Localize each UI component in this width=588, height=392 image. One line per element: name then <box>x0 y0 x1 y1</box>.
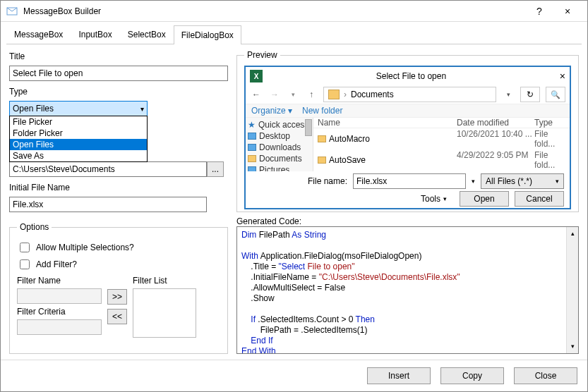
insert-button[interactable]: Insert <box>367 367 431 384</box>
generated-code-section: Generated Code: Dim FilePath As String W… <box>236 216 579 354</box>
type-combobox[interactable]: Open Files ▾ <box>9 101 148 116</box>
preview-legend: Preview <box>244 50 280 60</box>
filter-list-label: Filter List <box>133 276 196 286</box>
tab-messagebox[interactable]: MessageBox <box>6 25 71 44</box>
side-downloads[interactable]: Downloads <box>259 142 301 152</box>
side-pane: ★Quick access Desktop Downloads Document… <box>246 118 313 171</box>
dialog-title: Select File to open <box>263 71 560 81</box>
folder-icon <box>248 166 256 171</box>
chevron-down-icon[interactable]: ▾ <box>472 178 475 185</box>
browse-button[interactable]: ... <box>207 161 224 177</box>
folder-icon <box>318 157 326 164</box>
path-caret: › <box>344 90 347 99</box>
filter-list[interactable] <box>133 288 196 338</box>
tabstrip: MessageBox InputBox SelectBox FileDialog… <box>6 25 582 44</box>
chevron-down-icon: ▾ <box>140 105 144 113</box>
new-folder-button[interactable]: New folder <box>302 106 342 116</box>
filter-remove-button[interactable]: << <box>107 309 127 324</box>
list-item[interactable]: AutoSave4/29/2022 9:05 PMFile fold... <box>313 149 570 171</box>
excel-icon: X <box>250 70 263 82</box>
folder-icon <box>248 155 256 162</box>
filter-name-label: Filter Name <box>17 276 102 286</box>
cancel-button[interactable]: Cancel <box>515 191 564 207</box>
folder-icon <box>248 144 256 151</box>
col-name[interactable]: Name <box>313 118 457 128</box>
col-date[interactable]: Date modified <box>457 118 534 128</box>
code-scrollbar[interactable]: ▴▾ <box>566 227 578 353</box>
type-label: Type <box>9 87 228 97</box>
filename-label: File name: <box>296 176 347 186</box>
path-bar[interactable]: › Documents <box>323 87 496 102</box>
type-option-openfiles[interactable]: Open Files <box>10 139 147 150</box>
tools-menu[interactable]: Tools▾ <box>421 194 447 204</box>
col-type[interactable]: Type <box>534 118 570 128</box>
filters-area: Filter Name Filter Criteria >> << Filter… <box>17 276 220 338</box>
file-list: Name Date modified Type AutoMacro10/26/2… <box>313 118 570 171</box>
side-pictures[interactable]: Pictures <box>259 165 289 171</box>
title-input[interactable] <box>9 66 228 81</box>
preview-group: Preview X Select File to open × ← → ▾ ↑ <box>236 50 579 212</box>
title-label: Title <box>9 51 228 61</box>
window-title: MessageBox Builder <box>23 6 525 16</box>
scrollbar-thumb[interactable] <box>305 119 312 136</box>
folder-icon <box>318 135 326 142</box>
open-button[interactable]: Open <box>460 191 509 207</box>
left-pane: Title Type Open Files ▾ File Picker Fold… <box>9 50 228 354</box>
help-button[interactable]: ? <box>525 6 553 17</box>
close-button[interactable]: × <box>553 6 582 17</box>
filetype-combobox[interactable]: All Files (*.*)▾ <box>481 173 564 189</box>
filter-add-button[interactable]: >> <box>107 289 127 305</box>
type-combobox-value: Open Files <box>13 104 54 114</box>
path-text: Documents <box>351 90 394 99</box>
scroll-up-icon[interactable]: ▴ <box>571 227 575 240</box>
chevron-down-icon[interactable]: ▾ <box>502 91 515 98</box>
scroll-down-icon[interactable]: ▾ <box>571 340 575 353</box>
chevron-down-icon: ▾ <box>556 178 559 185</box>
chevron-down-icon: ▾ <box>443 195 447 202</box>
star-icon: ★ <box>248 120 256 130</box>
type-option-saveas[interactable]: Save As <box>10 150 147 161</box>
list-item[interactable]: AutoMacro10/26/2021 10:40 ...File fold..… <box>313 128 570 149</box>
type-option-folderpicker[interactable]: Folder Picker <box>10 128 147 139</box>
titlebar: MessageBox Builder ? × <box>1 1 587 22</box>
filename-input[interactable] <box>353 173 466 189</box>
tab-selectbox[interactable]: SelectBox <box>120 25 174 44</box>
type-dropdown: File Picker Folder Picker Open Files Sav… <box>9 116 148 162</box>
app-icon <box>6 6 18 17</box>
content: Title Type Open Files ▾ File Picker Fold… <box>1 44 587 360</box>
search-box[interactable]: 🔍 <box>546 87 565 102</box>
filter-name-input[interactable] <box>17 288 102 304</box>
options-legend: Options <box>17 222 52 232</box>
initial-folder-input[interactable] <box>9 161 207 177</box>
chevron-down-icon[interactable]: ▾ <box>287 91 299 98</box>
filter-criteria-label: Filter Criteria <box>17 307 102 317</box>
nav-up-icon[interactable]: ↑ <box>305 90 318 99</box>
preview-dialog: X Select File to open × ← → ▾ ↑ › <box>244 66 571 209</box>
type-option-filepicker[interactable]: File Picker <box>10 116 147 128</box>
close-dialog-button[interactable]: Close <box>514 367 577 384</box>
tab-inputbox[interactable]: InputBox <box>71 25 119 44</box>
filter-criteria-input[interactable] <box>17 319 102 335</box>
options-group: Options Allow Multiple Selections? Add F… <box>9 222 228 354</box>
right-pane: Preview X Select File to open × ← → ▾ ↑ <box>236 50 579 354</box>
add-filter-checkbox[interactable]: Add Filter? <box>17 257 220 271</box>
allow-multi-checkbox[interactable]: Allow Multiple Selections? <box>17 240 220 255</box>
tab-filedialogbox[interactable]: FileDialogBox <box>174 25 241 44</box>
dialog-close-icon[interactable]: × <box>560 71 565 82</box>
side-quickaccess[interactable]: Quick access <box>258 120 308 130</box>
folder-icon <box>328 90 340 99</box>
search-icon: 🔍 <box>551 90 560 99</box>
generated-code-label: Generated Code: <box>236 216 579 226</box>
app-window: MessageBox Builder ? × MessageBox InputB… <box>0 0 588 392</box>
copy-button[interactable]: Copy <box>440 367 504 384</box>
initial-file-label: Initial File Name <box>9 183 228 192</box>
refresh-icon[interactable]: ↻ <box>520 87 540 102</box>
folder-icon <box>248 133 256 140</box>
nav-forward-icon[interactable]: → <box>268 90 281 99</box>
nav-back-icon[interactable]: ← <box>250 90 263 99</box>
initial-file-input[interactable] <box>9 197 207 212</box>
side-documents[interactable]: Documents <box>259 154 302 164</box>
generated-code-textbox[interactable]: Dim FilePath As String With Application.… <box>236 226 579 354</box>
organize-menu[interactable]: Organize ▾ <box>251 106 292 116</box>
side-desktop[interactable]: Desktop <box>259 131 290 141</box>
